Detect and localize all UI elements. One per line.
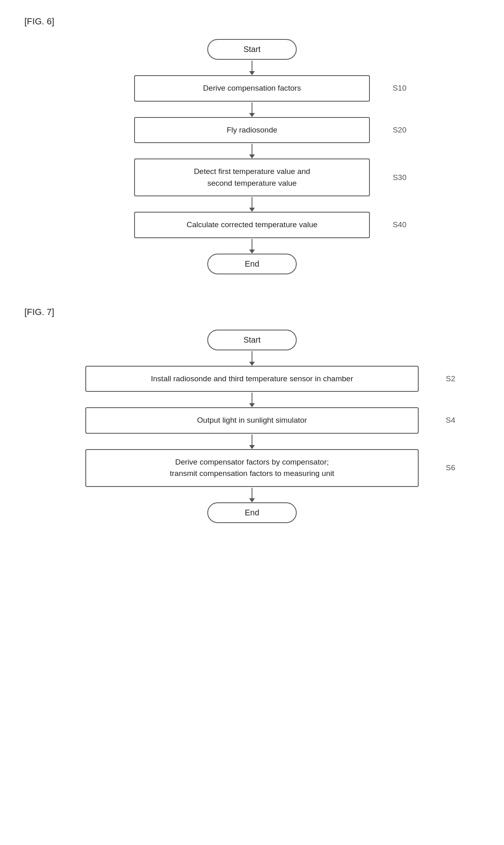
- fig7-row-start: Start: [24, 330, 480, 350]
- fig6-arrow-4: [249, 238, 255, 254]
- fig6-label: [FIG. 6]: [24, 16, 480, 27]
- fig6-row-end: End: [24, 254, 480, 274]
- fig6-row-s40: Calculate corrected temperature value S4…: [24, 212, 480, 238]
- fig6-step-s30: S30: [393, 173, 406, 182]
- fig6-step-s20: S20: [393, 126, 406, 135]
- fig6-step-s40: S40: [393, 220, 406, 229]
- fig6-rect-s30: Detect first temperature value and secon…: [134, 159, 370, 196]
- fig6-node-s10: Derive compensation factors S10: [134, 75, 370, 102]
- fig6-row-start: Start: [24, 39, 480, 60]
- fig7-node-s6: Derive compensator factors by compensato…: [85, 449, 419, 487]
- fig6-row-s10: Derive compensation factors S10: [24, 75, 480, 102]
- fig7-step-s2: S2: [446, 374, 455, 383]
- fig7-start-pill: Start: [207, 330, 297, 350]
- fig6-node-start: Start: [207, 39, 297, 60]
- fig6-row-s30: Detect first temperature value and secon…: [24, 159, 480, 196]
- fig7-node-start: Start: [207, 330, 297, 350]
- fig7-arrow-3: [249, 487, 255, 502]
- fig6-row-s20: Fly radiosonde S20: [24, 117, 480, 143]
- fig6-arrow-3: [249, 196, 255, 212]
- fig7-flowchart: Start Install radiosonde and third tempe…: [24, 330, 480, 523]
- fig7-label: [FIG. 7]: [24, 307, 480, 317]
- fig7-end-pill: End: [207, 502, 297, 523]
- fig6-end-pill: End: [207, 254, 297, 274]
- fig6-node-s30: Detect first temperature value and secon…: [134, 159, 370, 196]
- fig7-node-end: End: [207, 502, 297, 523]
- fig7-arrow-2: [249, 434, 255, 449]
- fig6-arrow-0: [249, 60, 255, 75]
- fig6-flowchart: Start Derive compensation factors S10 Fl…: [24, 39, 480, 274]
- fig6-node-s20: Fly radiosonde S20: [134, 117, 370, 143]
- fig6-start-pill: Start: [207, 39, 297, 60]
- fig7-row-s6: Derive compensator factors by compensato…: [24, 449, 480, 487]
- fig7-arrow-0: [249, 350, 255, 366]
- fig7-step-s4: S4: [446, 416, 455, 425]
- fig6-rect-s10: Derive compensation factors: [134, 75, 370, 102]
- fig7-rect-s6: Derive compensator factors by compensato…: [85, 449, 419, 487]
- fig7-node-s2: Install radiosonde and third temperature…: [85, 366, 419, 392]
- fig6-rect-s40: Calculate corrected temperature value: [134, 212, 370, 238]
- fig7-row-end: End: [24, 502, 480, 523]
- fig6-node-s40: Calculate corrected temperature value S4…: [134, 212, 370, 238]
- fig6-rect-s20: Fly radiosonde: [134, 117, 370, 143]
- fig7-arrow-1: [249, 392, 255, 407]
- fig7-step-s6: S6: [446, 463, 455, 472]
- fig6-arrow-2: [249, 143, 255, 159]
- fig7-rect-s4: Output light in sunlight simulator: [85, 407, 419, 434]
- fig7-row-s4: Output light in sunlight simulator S4: [24, 407, 480, 434]
- fig6-arrow-1: [249, 102, 255, 117]
- fig7-node-s4: Output light in sunlight simulator S4: [85, 407, 419, 434]
- fig7-row-s2: Install radiosonde and third temperature…: [24, 366, 480, 392]
- fig6-node-end: End: [207, 254, 297, 274]
- fig7-rect-s2: Install radiosonde and third temperature…: [85, 366, 419, 392]
- fig6-step-s10: S10: [393, 84, 406, 93]
